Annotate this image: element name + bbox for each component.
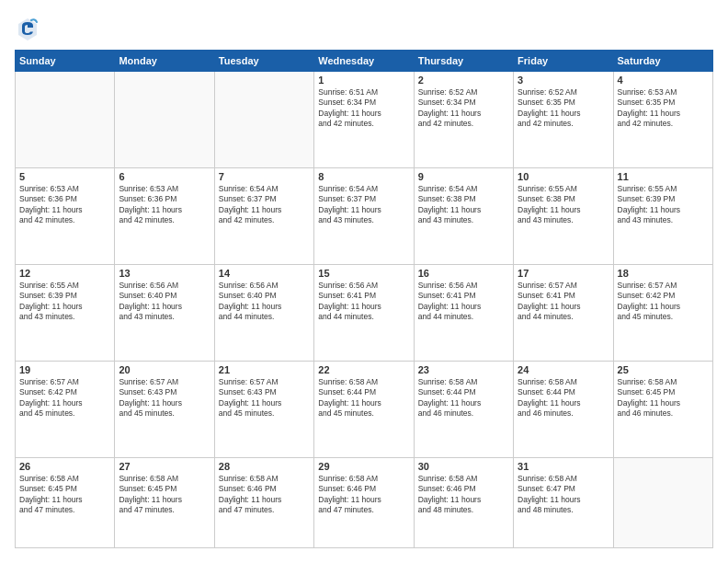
col-header-saturday: Saturday: [613, 51, 712, 72]
cell-info: Sunrise: 6:58 AM Sunset: 6:47 PM Dayligh…: [518, 474, 609, 516]
calendar-cell: 15Sunrise: 6:56 AM Sunset: 6:41 PM Dayli…: [314, 264, 414, 361]
calendar-cell: 12Sunrise: 6:55 AM Sunset: 6:39 PM Dayli…: [16, 264, 115, 361]
cell-info: Sunrise: 6:56 AM Sunset: 6:41 PM Dayligh…: [418, 281, 509, 323]
day-number: 17: [518, 268, 609, 279]
page: SundayMondayTuesdayWednesdayThursdayFrid…: [0, 0, 728, 563]
cell-info: Sunrise: 6:56 AM Sunset: 6:40 PM Dayligh…: [119, 281, 210, 323]
cell-info: Sunrise: 6:58 AM Sunset: 6:46 PM Dayligh…: [219, 474, 310, 516]
cell-info: Sunrise: 6:58 AM Sunset: 6:45 PM Dayligh…: [19, 474, 110, 516]
logo: [15, 15, 44, 40]
week-row-5: 26Sunrise: 6:58 AM Sunset: 6:45 PM Dayli…: [16, 457, 713, 547]
day-number: 25: [618, 364, 709, 375]
week-row-3: 12Sunrise: 6:55 AM Sunset: 6:39 PM Dayli…: [16, 264, 713, 361]
calendar-cell: 13Sunrise: 6:56 AM Sunset: 6:40 PM Dayli…: [115, 264, 214, 361]
calendar-cell: 16Sunrise: 6:56 AM Sunset: 6:41 PM Dayli…: [414, 264, 513, 361]
cell-info: Sunrise: 6:54 AM Sunset: 6:37 PM Dayligh…: [318, 184, 409, 226]
calendar-cell: 7Sunrise: 6:54 AM Sunset: 6:37 PM Daylig…: [214, 167, 313, 264]
cell-info: Sunrise: 6:58 AM Sunset: 6:46 PM Dayligh…: [318, 474, 409, 516]
calendar-cell: [613, 457, 712, 547]
week-row-4: 19Sunrise: 6:57 AM Sunset: 6:42 PM Dayli…: [16, 361, 713, 457]
day-number: 2: [418, 75, 509, 86]
day-number: 29: [318, 461, 409, 472]
day-number: 31: [518, 461, 609, 472]
day-number: 24: [518, 364, 609, 375]
cell-info: Sunrise: 6:52 AM Sunset: 6:35 PM Dayligh…: [518, 87, 609, 130]
header: [15, 15, 713, 40]
calendar-cell: 25Sunrise: 6:58 AM Sunset: 6:45 PM Dayli…: [613, 361, 712, 457]
day-number: 5: [19, 171, 110, 182]
calendar-cell: 20Sunrise: 6:57 AM Sunset: 6:43 PM Dayli…: [115, 361, 214, 457]
calendar-cell: 22Sunrise: 6:58 AM Sunset: 6:44 PM Dayli…: [314, 361, 414, 457]
cell-info: Sunrise: 6:57 AM Sunset: 6:42 PM Dayligh…: [19, 377, 110, 419]
day-number: 13: [119, 268, 210, 279]
calendar-cell: [16, 72, 115, 168]
cell-info: Sunrise: 6:58 AM Sunset: 6:45 PM Dayligh…: [618, 377, 709, 419]
cell-info: Sunrise: 6:56 AM Sunset: 6:41 PM Dayligh…: [318, 281, 409, 323]
calendar-cell: [214, 72, 313, 168]
calendar-cell: 26Sunrise: 6:58 AM Sunset: 6:45 PM Dayli…: [16, 457, 115, 547]
cell-info: Sunrise: 6:53 AM Sunset: 6:36 PM Dayligh…: [19, 184, 110, 226]
day-number: 6: [119, 171, 210, 182]
day-number: 18: [618, 268, 709, 279]
cell-info: Sunrise: 6:53 AM Sunset: 6:35 PM Dayligh…: [618, 87, 709, 130]
week-row-2: 5Sunrise: 6:53 AM Sunset: 6:36 PM Daylig…: [16, 167, 713, 264]
day-number: 20: [119, 364, 210, 375]
day-number: 28: [219, 461, 310, 472]
cell-info: Sunrise: 6:55 AM Sunset: 6:38 PM Dayligh…: [518, 184, 609, 226]
day-number: 26: [19, 461, 110, 472]
day-number: 9: [418, 171, 509, 182]
calendar-cell: 10Sunrise: 6:55 AM Sunset: 6:38 PM Dayli…: [514, 167, 613, 264]
calendar-cell: 19Sunrise: 6:57 AM Sunset: 6:42 PM Dayli…: [16, 361, 115, 457]
col-header-sunday: Sunday: [16, 51, 115, 72]
day-number: 14: [219, 268, 310, 279]
col-header-monday: Monday: [115, 51, 214, 72]
day-number: 3: [518, 75, 609, 86]
calendar-cell: 31Sunrise: 6:58 AM Sunset: 6:47 PM Dayli…: [514, 457, 613, 547]
calendar-cell: 21Sunrise: 6:57 AM Sunset: 6:43 PM Dayli…: [214, 361, 313, 457]
day-number: 4: [618, 75, 709, 86]
day-number: 8: [318, 171, 409, 182]
day-number: 10: [518, 171, 609, 182]
calendar-cell: 24Sunrise: 6:58 AM Sunset: 6:44 PM Dayli…: [514, 361, 613, 457]
day-number: 12: [19, 268, 110, 279]
calendar-cell: 9Sunrise: 6:54 AM Sunset: 6:38 PM Daylig…: [414, 167, 513, 264]
day-number: 30: [418, 461, 509, 472]
calendar-cell: [115, 72, 214, 168]
cell-info: Sunrise: 6:57 AM Sunset: 6:41 PM Dayligh…: [518, 281, 609, 323]
col-header-friday: Friday: [514, 51, 613, 72]
cell-info: Sunrise: 6:57 AM Sunset: 6:42 PM Dayligh…: [618, 281, 709, 323]
day-number: 15: [318, 268, 409, 279]
calendar-cell: 1Sunrise: 6:51 AM Sunset: 6:34 PM Daylig…: [314, 72, 414, 168]
calendar-cell: 11Sunrise: 6:55 AM Sunset: 6:39 PM Dayli…: [613, 167, 712, 264]
calendar-cell: 18Sunrise: 6:57 AM Sunset: 6:42 PM Dayli…: [613, 264, 712, 361]
cell-info: Sunrise: 6:53 AM Sunset: 6:36 PM Dayligh…: [119, 184, 210, 226]
calendar-cell: 29Sunrise: 6:58 AM Sunset: 6:46 PM Dayli…: [314, 457, 414, 547]
cell-info: Sunrise: 6:51 AM Sunset: 6:34 PM Dayligh…: [318, 87, 409, 130]
cell-info: Sunrise: 6:58 AM Sunset: 6:44 PM Dayligh…: [518, 377, 609, 419]
calendar-cell: 2Sunrise: 6:52 AM Sunset: 6:34 PM Daylig…: [414, 72, 513, 168]
calendar-cell: 3Sunrise: 6:52 AM Sunset: 6:35 PM Daylig…: [514, 72, 613, 168]
logo-icon: [15, 15, 40, 40]
header-row: SundayMondayTuesdayWednesdayThursdayFrid…: [16, 51, 713, 72]
calendar-cell: 4Sunrise: 6:53 AM Sunset: 6:35 PM Daylig…: [613, 72, 712, 168]
cell-info: Sunrise: 6:54 AM Sunset: 6:38 PM Dayligh…: [418, 184, 509, 226]
day-number: 19: [19, 364, 110, 375]
day-number: 11: [618, 171, 709, 182]
calendar-cell: 28Sunrise: 6:58 AM Sunset: 6:46 PM Dayli…: [214, 457, 313, 547]
cell-info: Sunrise: 6:58 AM Sunset: 6:44 PM Dayligh…: [318, 377, 409, 419]
cell-info: Sunrise: 6:55 AM Sunset: 6:39 PM Dayligh…: [618, 184, 709, 226]
day-number: 16: [418, 268, 509, 279]
cell-info: Sunrise: 6:58 AM Sunset: 6:46 PM Dayligh…: [418, 474, 509, 516]
day-number: 21: [219, 364, 310, 375]
calendar-cell: 23Sunrise: 6:58 AM Sunset: 6:44 PM Dayli…: [414, 361, 513, 457]
cell-info: Sunrise: 6:56 AM Sunset: 6:40 PM Dayligh…: [219, 281, 310, 323]
cell-info: Sunrise: 6:54 AM Sunset: 6:37 PM Dayligh…: [219, 184, 310, 226]
cell-info: Sunrise: 6:57 AM Sunset: 6:43 PM Dayligh…: [119, 377, 210, 419]
cell-info: Sunrise: 6:55 AM Sunset: 6:39 PM Dayligh…: [19, 281, 110, 323]
day-number: 23: [418, 364, 509, 375]
cell-info: Sunrise: 6:52 AM Sunset: 6:34 PM Dayligh…: [418, 87, 509, 130]
calendar-cell: 17Sunrise: 6:57 AM Sunset: 6:41 PM Dayli…: [514, 264, 613, 361]
calendar-cell: 8Sunrise: 6:54 AM Sunset: 6:37 PM Daylig…: [314, 167, 414, 264]
calendar-cell: 14Sunrise: 6:56 AM Sunset: 6:40 PM Dayli…: [214, 264, 313, 361]
calendar-cell: 6Sunrise: 6:53 AM Sunset: 6:36 PM Daylig…: [115, 167, 214, 264]
